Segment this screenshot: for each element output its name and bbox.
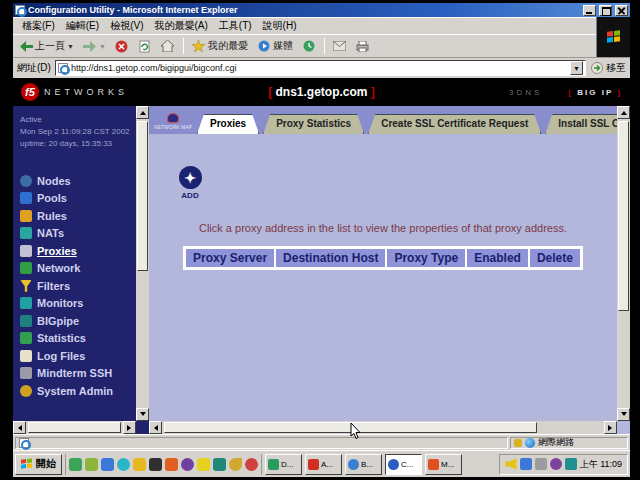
column-header-delete[interactable]: Delete [529, 248, 581, 268]
tab-install-ssl-certificate[interactable]: Install SSL Certif [545, 114, 617, 134]
quick-launch-icon[interactable] [69, 458, 82, 471]
tray-icon[interactable] [550, 458, 562, 470]
scrollbar-thumb[interactable] [618, 121, 629, 311]
sidebar-item-system-admin[interactable]: System Admin [20, 382, 136, 400]
sidebar-item-nodes[interactable]: Nodes [20, 172, 136, 190]
nodes-icon [20, 175, 32, 187]
quick-launch-icon[interactable] [229, 458, 242, 471]
scroll-down-icon[interactable] [136, 408, 149, 421]
close-button[interactable] [615, 5, 628, 16]
tab-create-ssl-certificate-request[interactable]: Create SSL Certificate Request [368, 114, 541, 134]
quick-launch-icon[interactable] [181, 458, 194, 471]
menu-file[interactable]: 檔案(F) [17, 18, 60, 34]
app-icon [268, 459, 279, 470]
network-map-icon [167, 113, 179, 123]
quick-launch-icon[interactable] [101, 458, 114, 471]
taskbar-window-button-active[interactable]: C... [385, 454, 422, 475]
quick-launch-icon[interactable] [85, 458, 98, 471]
page-icon [58, 63, 68, 73]
quick-launch-icon[interactable] [117, 458, 130, 471]
quick-launch-icon[interactable] [149, 458, 162, 471]
menu-help[interactable]: 說明(H) [258, 18, 302, 34]
sidebar-item-pools[interactable]: Pools [20, 190, 136, 208]
quick-launch-icon[interactable] [165, 458, 178, 471]
sidebar-item-monitors[interactable]: Monitors [20, 295, 136, 313]
scrollbar-thumb[interactable] [28, 422, 121, 433]
restore-button[interactable] [599, 5, 612, 16]
sidebar-item-mindterm-ssh[interactable]: Mindterm SSH [20, 365, 136, 383]
scroll-up-icon[interactable] [617, 106, 630, 119]
taskbar-window-button[interactable]: M... [425, 454, 462, 475]
quick-launch-icon[interactable] [133, 458, 146, 471]
scroll-up-icon[interactable] [136, 106, 149, 119]
start-button[interactable]: 開始 [15, 454, 62, 475]
internet-globe-icon [525, 438, 535, 448]
scrollbar-thumb[interactable] [137, 121, 148, 271]
tab-proxies[interactable]: Proxies [197, 114, 259, 134]
menu-view[interactable]: 檢視(V) [105, 18, 148, 34]
windows-flag-icon [21, 458, 33, 469]
sidebar-item-filters[interactable]: Filters [20, 277, 136, 295]
sidebar-item-proxies[interactable]: Proxies [20, 242, 136, 260]
sidebar-item-bigpipe[interactable]: BIGpipe [20, 312, 136, 330]
log-files-icon [20, 350, 32, 362]
windows-flag-icon [607, 30, 621, 43]
go-button[interactable]: 移至 [590, 61, 626, 75]
back-dropdown-icon[interactable]: ▼ [67, 43, 74, 50]
sidebar-item-nats[interactable]: NATs [20, 225, 136, 243]
main-horizontal-scrollbar[interactable] [149, 421, 617, 434]
quick-launch-icon[interactable] [213, 458, 226, 471]
column-header-destination-host[interactable]: Destination Host [275, 248, 386, 268]
sidebar-item-statistics[interactable]: Statistics [20, 330, 136, 348]
address-dropdown-icon[interactable]: ▼ [570, 61, 583, 75]
volume-icon[interactable] [505, 458, 517, 470]
network-map-button[interactable]: NETWORK MAP [149, 108, 197, 134]
minimize-button[interactable] [583, 5, 596, 16]
media-button[interactable]: 媒體 [254, 38, 296, 54]
column-header-proxy-type[interactable]: Proxy Type [386, 248, 466, 268]
forward-dropdown-icon[interactable]: ▼ [99, 43, 106, 50]
menu-favorites[interactable]: 我的最愛(A) [149, 18, 212, 34]
hostname: dns1.getop.com [275, 85, 367, 99]
sidebar-item-log-files[interactable]: Log Files [20, 347, 136, 365]
rules-icon [20, 210, 32, 222]
taskbar-window-button[interactable]: A... [305, 454, 342, 475]
refresh-button[interactable] [135, 38, 155, 54]
back-button[interactable]: 上一頁 ▼ [16, 38, 77, 54]
sidebar-item-network[interactable]: Network [20, 260, 136, 278]
sidebar-horizontal-scrollbar[interactable] [13, 421, 136, 434]
scroll-down-icon[interactable] [617, 408, 630, 421]
scroll-left-icon[interactable] [149, 421, 162, 434]
add-proxy-button[interactable]: ✦ ADD [177, 166, 203, 200]
header-products: 3DNS [ BIG IP ] [509, 88, 622, 97]
taskbar-window-button[interactable]: D... [265, 454, 302, 475]
favorites-button[interactable]: 我的最愛 [189, 38, 251, 54]
mail-button[interactable] [330, 38, 350, 54]
address-input[interactable]: http://dns1.getop.com/bigipgui/bigconf.c… [55, 60, 586, 76]
home-button[interactable] [158, 38, 178, 54]
display-icon[interactable] [535, 458, 547, 470]
tab-proxy-statistics[interactable]: Proxy Statistics [263, 114, 364, 134]
column-header-proxy-server[interactable]: Proxy Server [185, 248, 275, 268]
main-vertical-scrollbar[interactable] [617, 106, 630, 421]
sidebar-vertical-scrollbar[interactable] [136, 106, 149, 421]
tray-icon[interactable] [520, 458, 532, 470]
sidebar-item-rules[interactable]: Rules [20, 207, 136, 225]
quick-launch-bar [65, 454, 262, 475]
menu-tools[interactable]: 工具(T) [214, 18, 257, 34]
history-button[interactable] [299, 38, 319, 54]
menu-edit[interactable]: 編輯(E) [61, 18, 104, 34]
scroll-left-icon[interactable] [13, 421, 26, 434]
scroll-right-icon[interactable] [604, 421, 617, 434]
quick-launch-icon[interactable] [197, 458, 210, 471]
quick-launch-icon[interactable] [245, 458, 258, 471]
scroll-right-icon[interactable] [123, 421, 136, 434]
column-header-enabled[interactable]: Enabled [466, 248, 529, 268]
forward-button[interactable]: ▼ [80, 38, 109, 54]
taskbar-window-button[interactable]: B... [345, 454, 382, 475]
stop-button[interactable] [112, 38, 132, 54]
address-label: 網址(D) [17, 61, 51, 75]
tray-icon[interactable] [565, 458, 577, 470]
go-label: 移至 [606, 61, 626, 75]
print-button[interactable] [353, 38, 373, 54]
